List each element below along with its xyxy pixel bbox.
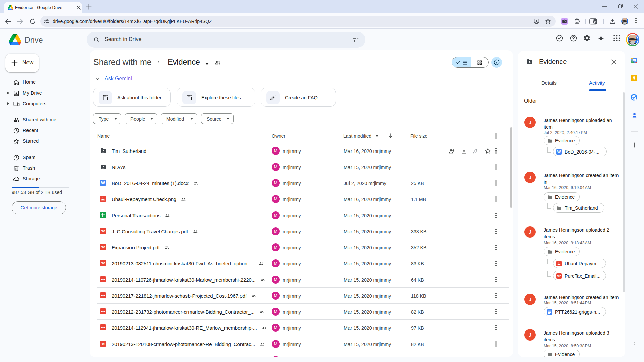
svg-text:PDF: PDF — [101, 294, 105, 297]
svg-text:PDF: PDF — [101, 343, 105, 345]
svg-text:PDF: PDF — [101, 310, 105, 313]
svg-text:PDF: PDF — [101, 326, 105, 329]
svg-text:W: W — [557, 150, 561, 154]
svg-text:31: 31 — [633, 59, 635, 62]
svg-text:PDF: PDF — [101, 278, 105, 281]
svg-text:PDF: PDF — [101, 246, 105, 248]
svg-text:PDF: PDF — [557, 275, 561, 277]
svg-text:PDF: PDF — [101, 262, 105, 264]
svg-text:PDF: PDF — [101, 230, 105, 232]
svg-text:W: W — [101, 181, 105, 185]
